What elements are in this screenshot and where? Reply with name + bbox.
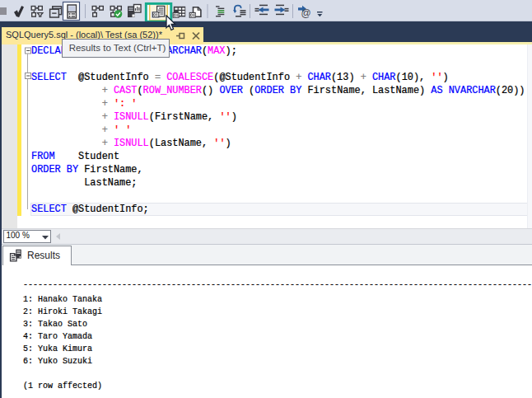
- svg-text:@: @: [301, 7, 311, 19]
